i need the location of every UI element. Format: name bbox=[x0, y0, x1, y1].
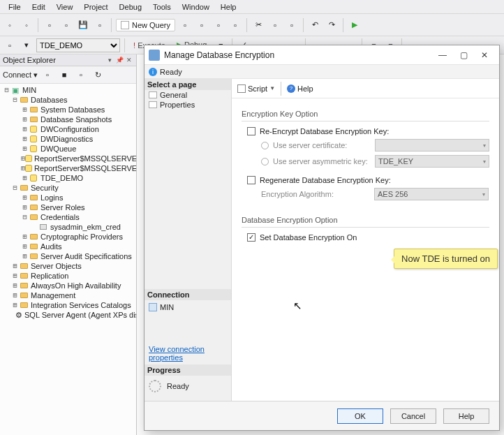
page-icon bbox=[149, 91, 157, 98]
new-query-button[interactable]: New Query bbox=[116, 19, 175, 31]
maximize-button[interactable]: ▢ bbox=[453, 48, 474, 62]
set-db-encryption-on-label: Set Database Encryption On bbox=[260, 233, 357, 242]
encryption-form: Encryption Key Option Re-Encrypt Databas… bbox=[232, 98, 499, 401]
minimize-button[interactable]: — bbox=[432, 48, 453, 62]
tree-node[interactable]: ⊞Replication bbox=[1, 271, 136, 281]
script-icon bbox=[237, 84, 246, 93]
page-icon bbox=[149, 101, 157, 108]
save-all-icon[interactable]: ▫ bbox=[93, 18, 107, 32]
algorithm-label: Encryption Algorithm: bbox=[261, 190, 370, 198]
tree-node[interactable]: ⊞DWDiagnostics bbox=[1, 134, 136, 144]
asym-key-dropdown: TDE_KEY▾ bbox=[375, 155, 489, 168]
toolbar-icon[interactable]: ▫ bbox=[178, 18, 192, 32]
nav-back-icon[interactable]: ◦ bbox=[3, 18, 17, 32]
toolbar-icon[interactable]: ▫ bbox=[195, 18, 209, 32]
help-icon: ? bbox=[287, 84, 295, 93]
menu-window[interactable]: Window bbox=[177, 1, 215, 13]
cancel-button[interactable]: Cancel bbox=[390, 408, 436, 424]
help-button[interactable]: ? Help bbox=[287, 84, 313, 93]
db-encryption-option-label: Database Encryption Option bbox=[242, 216, 489, 224]
spinner-icon bbox=[149, 380, 161, 392]
regenerate-checkbox[interactable] bbox=[247, 176, 255, 184]
new-query-label: New Query bbox=[132, 21, 170, 29]
connect-button[interactable]: Connect ▾ bbox=[3, 71, 38, 80]
tree-node[interactable]: ⊞Management bbox=[1, 290, 136, 300]
tree-node[interactable]: ⊞Cryptographic Providers bbox=[1, 232, 136, 242]
new-query-icon bbox=[121, 21, 129, 29]
object-explorer-panel: Object Explorer ▾ 📌 ✕ Connect ▾ ▫ ■ ▫ ↻ … bbox=[0, 54, 137, 435]
start-icon[interactable]: ▶ bbox=[348, 18, 362, 32]
nav-fwd-icon[interactable]: ◦ bbox=[20, 18, 34, 32]
new-project-icon[interactable]: ▫ bbox=[43, 18, 57, 32]
cut-icon[interactable]: ✂ bbox=[251, 18, 265, 32]
tree-node[interactable]: ⊞Database Snapshots bbox=[1, 115, 136, 124]
menu-debug[interactable]: Debug bbox=[114, 1, 147, 13]
page-properties[interactable]: Properties bbox=[144, 100, 231, 110]
tree-node[interactable]: ⊞System Databases bbox=[1, 105, 136, 115]
object-explorer-title-bar: Object Explorer ▾ 📌 ✕ bbox=[0, 54, 136, 66]
tree-node[interactable]: ⊞Audits bbox=[1, 242, 136, 251]
menu-edit[interactable]: Edit bbox=[27, 1, 51, 13]
dialog-title-bar[interactable]: Manage Database Encryption — ▢ ✕ bbox=[144, 45, 499, 65]
save-icon[interactable]: 💾 bbox=[76, 18, 90, 32]
tree-node[interactable]: ⚙SQL Server Agent (Agent XPs disabl bbox=[1, 310, 136, 320]
open-icon[interactable]: ▫ bbox=[59, 18, 73, 32]
connection-server-row: MIN bbox=[144, 300, 231, 314]
progress-row: Ready bbox=[144, 376, 231, 397]
tree-node[interactable]: ⊞ReportServer$MSSQLSERVER bbox=[1, 163, 136, 173]
database-selector[interactable]: TDE_DEMO bbox=[36, 38, 120, 52]
toolbar-icon[interactable]: ▫ bbox=[3, 38, 17, 52]
dropdown-icon[interactable]: ▾ bbox=[20, 38, 34, 52]
security-node[interactable]: ⊟Security bbox=[1, 183, 136, 193]
pin-icon[interactable]: 📌 bbox=[115, 56, 124, 64]
disconnect-icon[interactable]: ▫ bbox=[40, 68, 54, 82]
tree-node[interactable]: ⊞Logins bbox=[1, 193, 136, 202]
close-button[interactable]: ✕ bbox=[474, 48, 495, 62]
ok-button[interactable]: OK bbox=[337, 408, 383, 424]
script-button[interactable]: Script ▼ bbox=[237, 84, 275, 93]
credential-item[interactable]: sysadmin_ekm_cred bbox=[1, 222, 136, 232]
close-icon[interactable]: ✕ bbox=[125, 56, 133, 64]
redo-icon[interactable]: ↷ bbox=[325, 18, 339, 32]
set-db-encryption-on-checkbox[interactable] bbox=[247, 233, 255, 242]
divider bbox=[242, 227, 489, 228]
object-explorer-toolbar: Connect ▾ ▫ ■ ▫ ↻ bbox=[0, 66, 136, 84]
tree-node[interactable]: ⊞Server Objects bbox=[1, 261, 136, 271]
paste-icon[interactable]: ▫ bbox=[285, 18, 299, 32]
separator bbox=[111, 18, 112, 32]
databases-node[interactable]: ⊟Databases bbox=[1, 95, 136, 105]
object-explorer-tree[interactable]: ⊟▣MIN ⊟Databases ⊞System Databases ⊞Data… bbox=[0, 84, 136, 435]
toolbar-icon[interactable]: ▫ bbox=[212, 18, 225, 32]
tree-node[interactable]: ⊞Server Roles bbox=[1, 202, 136, 212]
menu-project[interactable]: Project bbox=[78, 1, 113, 13]
dialog-right-pane: Script ▼ ? Help Encryption Key Option Re… bbox=[232, 79, 499, 401]
tree-node[interactable]: ⊞DWQueue bbox=[1, 144, 136, 154]
page-general[interactable]: General bbox=[144, 90, 231, 100]
refresh-icon[interactable]: ↻ bbox=[91, 68, 105, 82]
copy-icon[interactable]: ▫ bbox=[268, 18, 282, 32]
server-node[interactable]: ⊟▣MIN bbox=[1, 85, 136, 95]
stop-icon[interactable]: ■ bbox=[57, 68, 71, 82]
filter-icon[interactable]: ▫ bbox=[74, 68, 88, 82]
menu-view[interactable]: View bbox=[51, 1, 79, 13]
use-asym-key-radio bbox=[261, 158, 269, 165]
dialog-left-pane: Select a page General Properties Connect… bbox=[144, 79, 232, 401]
menu-tools[interactable]: Tools bbox=[147, 1, 177, 13]
tree-node[interactable]: ⊞DWConfiguration bbox=[1, 124, 136, 134]
credentials-node[interactable]: ⊟Credentials bbox=[1, 212, 136, 222]
dropdown-arrow-icon[interactable]: ▼ bbox=[269, 85, 275, 91]
tree-node[interactable]: ⊞Server Audit Specifications bbox=[1, 251, 136, 261]
tree-node[interactable]: ⊞AlwaysOn High Availability bbox=[1, 281, 136, 290]
menu-help[interactable]: Help bbox=[215, 1, 242, 13]
undo-icon[interactable]: ↶ bbox=[308, 18, 322, 32]
help-button-footer[interactable]: Help bbox=[443, 408, 489, 424]
separator bbox=[38, 18, 38, 32]
menu-file[interactable]: File bbox=[3, 1, 27, 13]
toolbar-icon[interactable]: ▫ bbox=[228, 18, 242, 32]
tree-node-tde-demo[interactable]: ⊞TDE_DEMO bbox=[1, 173, 136, 183]
tree-node[interactable]: ⊞Integration Services Catalogs bbox=[1, 300, 136, 310]
tree-node[interactable]: ⊞ReportServer$MSSQLSERVER bbox=[1, 154, 136, 163]
reencrypt-checkbox[interactable] bbox=[247, 127, 255, 135]
panel-dropdown-icon[interactable]: ▾ bbox=[105, 56, 114, 64]
view-connection-properties-link[interactable]: View connection properties bbox=[144, 342, 231, 364]
